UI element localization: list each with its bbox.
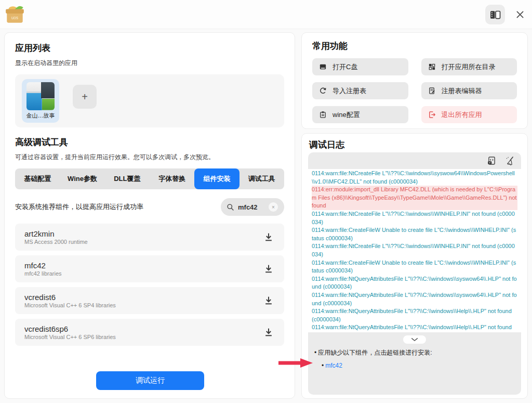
log-line: 0114:warn:file:NtQueryAttributesFile L"\…	[312, 307, 517, 323]
panel-toggle-button[interactable]	[485, 5, 505, 24]
log-line: 0114:warn:file:NtQueryAttributesFile L"\…	[312, 275, 517, 291]
app-directory-icon	[428, 63, 436, 71]
component-desc: Microsoft Visual C++ 6 SP6 libraries	[24, 334, 264, 340]
download-icon[interactable]	[264, 264, 273, 274]
app-list-subtitle: 显示在启动器里的应用	[15, 59, 284, 68]
debug-tools-title: 高级调试工具	[15, 136, 284, 148]
svg-text:uos: uos	[11, 15, 19, 20]
search-icon	[227, 203, 234, 211]
component-name: vcredist6	[24, 293, 264, 302]
plus-icon: +	[82, 91, 88, 103]
component-row-art2kmin[interactable]: art2kmin MS Access 2000 runtime	[15, 224, 284, 251]
exit-icon	[428, 111, 436, 119]
tab-dll-override[interactable]: DLL覆盖	[105, 168, 150, 189]
registry-editor-button[interactable]: 注册表编辑器	[421, 82, 517, 99]
wine-config-icon	[319, 111, 327, 119]
close-button[interactable]	[514, 9, 526, 20]
log-line: 0114:warn:file:CreateFileW Unable to cre…	[312, 259, 517, 275]
open-app-directory-button[interactable]: 打开应用所在目录	[421, 58, 517, 75]
log-line: 0114:warn:file:NtCreateFile L"\\??\\C:\\…	[312, 170, 517, 186]
log-line: 0114:warn:file:CreateFileW Unable to cre…	[312, 226, 517, 242]
debug-tools-tabbar: 基础配置 Wine参数 DLL覆盖 字体替换 组件安装 调试工具	[15, 168, 284, 189]
download-icon[interactable]	[264, 232, 273, 242]
missing-component-row: • mfc42	[322, 362, 515, 369]
chevron-down-icon	[411, 337, 418, 342]
app-name: 金山…故事	[26, 112, 55, 120]
tab-debug-tool[interactable]: 调试工具	[240, 168, 284, 189]
wine-config-button[interactable]: wine配置	[312, 106, 408, 123]
left-panel: 应用列表 显示在启动器里的应用 金山…故事 + 高级调试工具 可通过容器设置，提…	[4, 32, 295, 399]
component-desc: MS Access 2000 runtime	[24, 239, 264, 245]
layout-split-icon	[490, 10, 501, 19]
quit-all-apps-button[interactable]: 退出所有应用	[421, 106, 517, 123]
debug-tools-subtitle: 可通过容器设置，提升当前应用运行效果。您可以多次调试，多次预览。	[15, 153, 284, 162]
common-functions-panel: 常用功能 打开C盘 打开应用所在目录 导入注册表 注册表编辑器 wine配置 退…	[301, 32, 528, 129]
log-line: 0114:warn:file:NtCreateFile L"\\??\\C:\\…	[312, 210, 517, 226]
component-name: art2kmin	[24, 229, 264, 238]
titlebar: uos	[0, 0, 532, 29]
component-search[interactable]: ×	[221, 198, 284, 216]
missing-components-header: 应用缺少以下组件，点击超链接进行安装:	[318, 348, 432, 357]
log-output[interactable]: 0114:warn:file:NtCreateFile L"\\??\\C:\\…	[308, 169, 521, 332]
log-line-error: 0114:err:module:import_dll Library MFC42…	[312, 186, 517, 210]
broom-icon[interactable]	[505, 156, 514, 165]
disk-icon	[319, 63, 327, 71]
download-icon[interactable]	[264, 296, 273, 305]
log-container: 0114:warn:file:NtCreateFile L"\\??\\C:\\…	[308, 152, 521, 395]
registry-editor-icon	[428, 87, 436, 95]
import-registry-button[interactable]: 导入注册表	[312, 82, 408, 99]
open-c-drive-button[interactable]: 打开C盘	[312, 58, 408, 75]
app-icon	[26, 82, 55, 110]
component-name: mfc42	[24, 261, 264, 270]
tab-wine-params[interactable]: Wine参数	[60, 168, 104, 189]
component-name: vcredist6sp6	[24, 324, 264, 333]
clear-search-icon[interactable]: ×	[269, 202, 278, 212]
app-shelf: 金山…故事 +	[15, 74, 284, 127]
download-icon[interactable]	[264, 328, 273, 337]
close-icon	[515, 10, 525, 19]
tab-component-install[interactable]: 组件安装	[194, 168, 239, 189]
annotation-arrow	[278, 357, 314, 369]
log-line: 0114:warn:file:NtQueryAttributesFile L"\…	[312, 323, 517, 332]
missing-components-header-row: • 应用缺少以下组件，点击超链接进行安装:	[314, 348, 515, 357]
component-desc: Microsoft Visual C++ 6 SP4 libraries	[24, 302, 264, 308]
add-app-button[interactable]: +	[73, 85, 97, 109]
component-row-mfc42[interactable]: mfc42 mfc42 libraries	[15, 255, 284, 282]
mfc42-install-link[interactable]: mfc42	[325, 362, 342, 369]
debug-log-title: 调试日志	[309, 139, 520, 151]
log-line: 0114:warn:file:NtQueryAttributesFile L"\…	[312, 291, 517, 307]
uos-package-logo-icon: uos	[4, 4, 26, 25]
export-log-icon[interactable]	[487, 156, 496, 165]
app-list-title: 应用列表	[15, 42, 284, 54]
debug-run-button[interactable]: 调试运行	[96, 371, 204, 390]
log-line: 0114:warn:file:NtCreateFile L"\\??\\C:\\…	[312, 242, 517, 258]
app-tile[interactable]: 金山…故事	[22, 79, 59, 123]
tab-font-replace[interactable]: 字体替换	[150, 168, 194, 189]
tab-basic-config[interactable]: 基础配置	[15, 168, 60, 189]
collapse-log-button[interactable]	[403, 335, 426, 344]
import-registry-icon	[319, 87, 327, 95]
component-hint: 安装系统推荐组件，以提高应用运行成功率	[15, 202, 143, 212]
component-row-vcredist6sp6[interactable]: vcredist6sp6 Microsoft Visual C++ 6 SP6 …	[15, 319, 284, 346]
debug-log-panel: 调试日志 0114:warn:file:NtCreateFile L"\\??\…	[301, 133, 528, 399]
component-desc: mfc42 libraries	[24, 270, 264, 277]
component-row-vcredist6[interactable]: vcredist6 Microsoft Visual C++ 6 SP4 lib…	[15, 287, 284, 314]
search-input[interactable]	[238, 203, 265, 211]
common-functions-title: 常用功能	[312, 40, 517, 52]
